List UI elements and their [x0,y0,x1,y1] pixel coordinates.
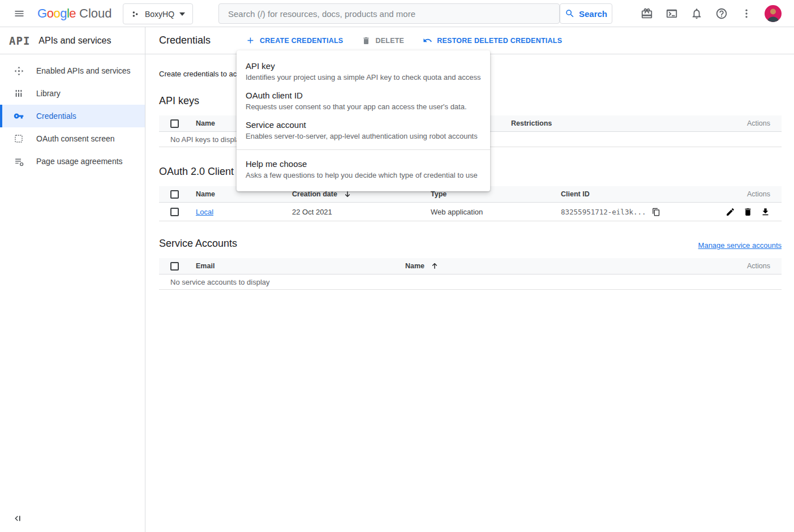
google-cloud-logo[interactable]: Google Cloud [37,0,112,27]
column-header-restrictions: Restrictions [511,119,747,127]
menu-item-description: Enables server-to-server, app-level auth… [246,132,481,140]
avatar[interactable] [765,5,782,22]
sidebar-item-label: Credentials [36,111,76,121]
sort-asc-icon [431,262,439,270]
logo-letter: g [60,6,67,21]
client-id-cell: 83255951712-eil3k... [561,208,646,216]
sidebar-item-oauth-consent[interactable]: OAuth consent screen [0,127,145,150]
oauth-clients-table: Name Creation date Type Client ID Action… [159,186,782,221]
sidebar-item-label: Enabled APIs and services [36,66,131,75]
search-box [218,3,560,24]
menu-item-oauth-client-id[interactable]: OAuth client ID Requests user consent so… [237,86,490,115]
plus-icon [246,36,255,45]
create-credentials-label: CREATE CREDENTIALS [260,37,343,45]
copy-icon[interactable] [652,208,660,216]
library-icon [14,88,24,98]
project-icon [131,10,140,19]
restore-deleted-credentials-button[interactable]: RESTORE DELETED CREDENTIALS [423,36,562,45]
sidebar-item-label: Library [36,89,61,98]
page-title: Credentials [159,35,211,46]
select-all-checkbox[interactable] [170,190,179,199]
type-cell: Web application [431,208,561,216]
sort-desc-icon [344,190,351,198]
delete-label: DELETE [375,37,404,45]
logo-letter: o [47,6,54,21]
service-accounts-table-header: Email Name Actions [159,258,782,274]
oauth-client-name-link[interactable]: Local [196,208,213,216]
create-credentials-menu: API key Identifies your project using a … [237,50,490,191]
help-icon[interactable] [715,7,728,20]
row-checkbox[interactable] [170,208,179,216]
column-header-email: Email [196,262,405,270]
sidebar: API APIs and services Enabled APIs and s… [0,27,145,532]
logo-cloud-text: Cloud [79,6,111,21]
collapse-sidebar-icon[interactable] [12,513,24,524]
create-credentials-button[interactable]: CREATE CREDENTIALS [246,36,343,45]
menu-item-title: Service account [246,120,481,130]
sidebar-title: APIs and services [38,36,111,46]
restore-label: RESTORE DELETED CREDENTIALS [437,37,562,45]
menu-divider [237,149,490,150]
column-header-type: Type [431,190,561,198]
column-header-creation-date[interactable]: Creation date [292,190,431,198]
sidebar-item-label: Page usage agreements [36,157,123,166]
chevron-down-icon [179,12,185,16]
enabled-apis-icon [14,66,24,76]
table-row: Local 22 Oct 2021 Web application 832559… [159,203,782,221]
manage-service-accounts-link[interactable]: Manage service accounts [698,241,782,250]
logo-letter: o [53,6,60,21]
service-accounts-heading: Service Accounts [159,238,237,250]
more-vert-icon[interactable] [740,7,753,20]
menu-item-description: Identifies your project using a simple A… [246,73,481,81]
menu-icon[interactable] [11,6,27,22]
undo-icon [423,36,432,45]
column-header-actions: Actions [747,190,770,198]
menu-item-help-me-choose[interactable]: Help me choose Asks a few questions to h… [237,155,490,184]
column-header-name[interactable]: Name [405,262,747,270]
trash-icon [362,36,371,45]
menu-item-api-key[interactable]: API key Identifies your project using a … [237,57,490,86]
column-header-actions: Actions [747,119,770,127]
service-accounts-table: Email Name Actions No service accounts t… [159,258,782,290]
column-header-client-id: Client ID [561,190,747,198]
select-all-checkbox[interactable] [170,119,179,128]
agreements-icon [14,156,24,166]
logo-letter: G [37,6,47,21]
download-icon[interactable] [760,207,770,217]
sidebar-nav: Enabled APIs and services Library Creden… [0,54,145,173]
project-selector[interactable]: BoxyHQ [123,3,193,24]
gift-icon[interactable] [640,7,654,20]
service-accounts-empty-text: No service accounts to display [159,274,782,290]
menu-item-description: Requests user consent so that your app c… [246,102,481,111]
sidebar-item-library[interactable]: Library [0,82,145,105]
sidebar-item-page-usage[interactable]: Page usage agreements [0,150,145,173]
consent-screen-icon [14,134,24,144]
sidebar-item-label: OAuth consent screen [36,134,115,143]
menu-item-description: Asks a few questions to help you decide … [246,171,481,179]
column-header-name: Name [196,190,292,198]
project-name: BoxyHQ [145,10,174,19]
search-button[interactable]: Search [560,3,612,24]
menu-item-title: Help me choose [246,159,481,169]
search-input[interactable] [219,9,559,19]
topbar: Google Cloud BoxyHQ Search [0,0,794,27]
select-all-checkbox[interactable] [170,262,179,271]
delete-button[interactable]: DELETE [362,36,404,45]
delete-row-icon[interactable] [743,207,753,217]
creation-date-cell: 22 Oct 2021 [292,208,431,216]
sidebar-header: API APIs and services [0,27,145,54]
sidebar-item-enabled-apis[interactable]: Enabled APIs and services [0,59,145,82]
notifications-icon[interactable] [690,7,703,20]
search-icon [565,8,575,19]
sidebar-item-credentials[interactable]: Credentials [0,105,145,127]
api-logo: API [9,35,30,47]
cloud-shell-icon[interactable] [665,7,679,20]
column-header-actions: Actions [747,262,770,270]
menu-item-title: OAuth client ID [246,91,481,100]
menu-item-title: API key [246,61,481,71]
key-icon [14,111,24,121]
search-button-label: Search [579,9,607,19]
edit-icon[interactable] [725,207,735,217]
logo-letter: e [69,6,76,21]
menu-item-service-account[interactable]: Service account Enables server-to-server… [237,115,490,145]
